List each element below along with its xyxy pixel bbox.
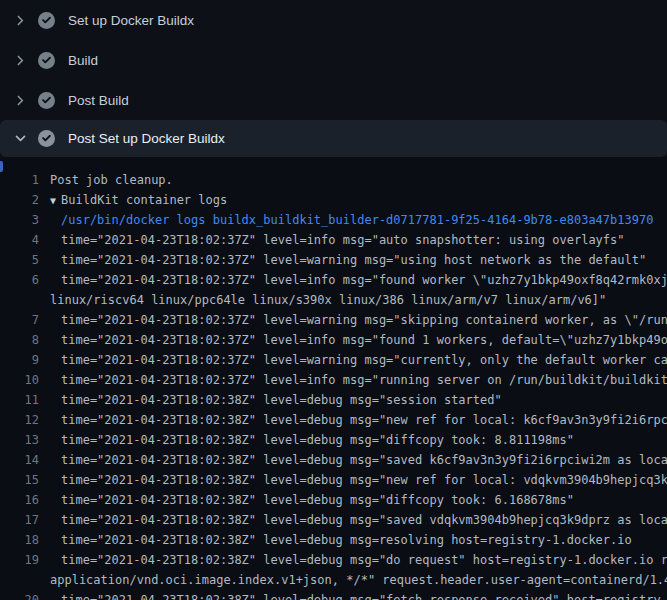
line-number: 16 — [0, 490, 39, 510]
line-number: 7 — [0, 310, 39, 330]
line-number: 19 — [0, 550, 39, 570]
step-label: Post Build — [68, 93, 129, 108]
log-text: time="2021-04-23T18:02:38Z" level=debug … — [39, 410, 667, 430]
step-list: Set up Docker Buildx Build Post Build Po… — [0, 0, 667, 157]
log-text: time="2021-04-23T18:02:37Z" level=warnin… — [39, 350, 667, 370]
check-circle-icon — [38, 130, 55, 147]
log-text: time="2021-04-23T18:02:38Z" level=debug … — [39, 510, 667, 530]
log-row-command: 3 /usr/bin/docker logs buildx_buildkit_b… — [0, 210, 667, 230]
log-row: 10 time="2021-04-23T18:02:37Z" level=inf… — [0, 370, 667, 390]
check-circle-icon — [38, 12, 55, 29]
step-label: Post Set up Docker Buildx — [68, 131, 225, 146]
group-collapse-toggle-icon[interactable]: ▼ — [50, 195, 56, 206]
chevron-right-icon — [13, 13, 28, 28]
log-text: time="2021-04-23T18:02:38Z" level=debug … — [39, 470, 667, 490]
line-number — [0, 570, 39, 590]
log-text: time="2021-04-23T18:02:37Z" level=info m… — [39, 270, 667, 290]
step-row-post-set-up-docker-buildx[interactable]: Post Set up Docker Buildx — [0, 120, 667, 157]
log-row: 16 time="2021-04-23T18:02:38Z" level=deb… — [0, 490, 667, 510]
log-row: 19 time="2021-04-23T18:02:38Z" level=deb… — [0, 550, 667, 570]
line-number: 13 — [0, 430, 39, 450]
log-text: time="2021-04-23T18:02:38Z" level=debug … — [39, 390, 502, 410]
log-row: 4 time="2021-04-23T18:02:37Z" level=info… — [0, 230, 667, 250]
log-text: time="2021-04-23T18:02:37Z" level=warnin… — [39, 310, 667, 330]
step-row-build[interactable]: Build — [0, 40, 667, 80]
log-row: 6 time="2021-04-23T18:02:37Z" level=info… — [0, 270, 667, 290]
log-row: 7 time="2021-04-23T18:02:37Z" level=warn… — [0, 310, 667, 330]
log-row-wrap-continuation: application/vnd.oci.image.index.v1+json,… — [0, 570, 667, 590]
log-row: 8 time="2021-04-23T18:02:37Z" level=info… — [0, 330, 667, 350]
line-number: 10 — [0, 370, 39, 390]
step-row-post-build[interactable]: Post Build — [0, 80, 667, 120]
log-row: 9 time="2021-04-23T18:02:37Z" level=warn… — [0, 350, 667, 370]
log-viewer[interactable]: 1 Post job cleanup. 2 ▼BuildKit containe… — [0, 157, 667, 600]
log-text: ▼BuildKit container logs — [39, 190, 227, 210]
check-circle-icon — [38, 52, 55, 69]
line-number: 18 — [0, 530, 39, 550]
log-text: application/vnd.oci.image.index.v1+json,… — [39, 570, 667, 590]
log-text: time="2021-04-23T18:02:37Z" level=info m… — [39, 230, 625, 250]
log-row-wrap-continuation: linux/riscv64 linux/ppc64le linux/s390x … — [0, 290, 667, 310]
chevron-right-icon — [13, 53, 28, 68]
log-text: linux/riscv64 linux/ppc64le linux/s390x … — [39, 290, 606, 310]
line-number: 2 — [0, 190, 39, 210]
log-text: time="2021-04-23T18:02:38Z" level=debug … — [39, 590, 667, 600]
log-row: 5 time="2021-04-23T18:02:37Z" level=warn… — [0, 250, 667, 270]
step-label: Build — [68, 53, 98, 68]
log-text: /usr/bin/docker logs buildx_buildkit_bui… — [39, 210, 653, 230]
line-number: 20 — [0, 590, 39, 600]
line-number: 14 — [0, 450, 39, 470]
line-number: 17 — [0, 510, 39, 530]
line-number: 15 — [0, 470, 39, 490]
line-number: 12 — [0, 410, 39, 430]
line-number — [0, 290, 39, 310]
line-number: 8 — [0, 330, 39, 350]
log-row: 14 time="2021-04-23T18:02:38Z" level=deb… — [0, 450, 667, 470]
log-text: time="2021-04-23T18:02:38Z" level=debug … — [39, 430, 574, 450]
log-row: 20 time="2021-04-23T18:02:38Z" level=deb… — [0, 590, 667, 600]
log-row-group-header: 2 ▼BuildKit container logs — [0, 190, 667, 210]
log-row: 18 time="2021-04-23T18:02:38Z" level=deb… — [0, 530, 667, 550]
log-row: 12 time="2021-04-23T18:02:38Z" level=deb… — [0, 410, 667, 430]
line-number: 5 — [0, 250, 39, 270]
log-row: 13 time="2021-04-23T18:02:38Z" level=deb… — [0, 430, 667, 450]
log-row: 17 time="2021-04-23T18:02:38Z" level=deb… — [0, 510, 667, 530]
focus-accent-bar — [0, 161, 3, 172]
line-number: 6 — [0, 270, 39, 290]
line-number: 4 — [0, 230, 39, 250]
log-text: time="2021-04-23T18:02:37Z" level=info m… — [39, 330, 667, 350]
log-text: time="2021-04-23T18:02:38Z" level=debug … — [39, 490, 574, 510]
log-text: time="2021-04-23T18:02:37Z" level=info m… — [39, 370, 667, 390]
log-row: 15 time="2021-04-23T18:02:38Z" level=deb… — [0, 470, 667, 490]
chevron-right-icon — [13, 93, 28, 108]
line-number: 9 — [0, 350, 39, 370]
log-text: time="2021-04-23T18:02:38Z" level=debug … — [39, 530, 632, 550]
check-circle-icon — [38, 92, 55, 109]
step-label: Set up Docker Buildx — [68, 13, 194, 28]
log-text: time="2021-04-23T18:02:38Z" level=debug … — [39, 550, 667, 570]
step-row-set-up-docker-buildx[interactable]: Set up Docker Buildx — [0, 0, 667, 40]
line-number: 3 — [0, 210, 39, 230]
log-text: time="2021-04-23T18:02:38Z" level=debug … — [39, 450, 667, 470]
group-title: BuildKit container logs — [61, 193, 227, 207]
line-number: 11 — [0, 390, 39, 410]
log-row: 11 time="2021-04-23T18:02:38Z" level=deb… — [0, 390, 667, 410]
log-text: time="2021-04-23T18:02:37Z" level=warnin… — [39, 250, 646, 270]
line-number: 1 — [0, 170, 39, 190]
log-text: Post job cleanup. — [39, 170, 173, 190]
chevron-down-icon — [13, 131, 28, 146]
log-row: 1 Post job cleanup. — [0, 170, 667, 190]
